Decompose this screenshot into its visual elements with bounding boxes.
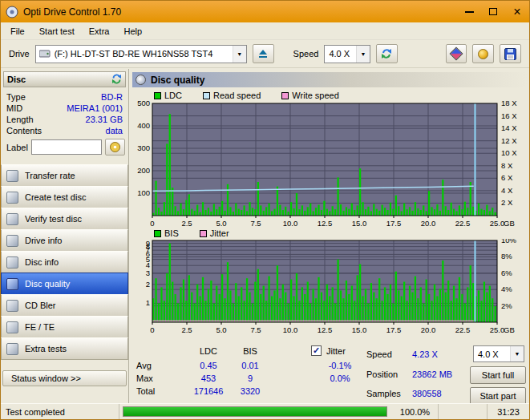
- sidebar-item-disc-quality[interactable]: Disc quality: [1, 273, 128, 295]
- minimize-icon: [465, 11, 474, 13]
- svg-text:2: 2: [146, 280, 150, 289]
- field-length-value: 23.31 GB: [86, 115, 123, 124]
- speed-stat-label: Speed: [366, 349, 392, 359]
- maximize-button[interactable]: [481, 1, 505, 22]
- field-mid-value: MEIRA1 (001): [67, 103, 123, 113]
- sidebar-item-verify-test-disc[interactable]: Verify test disc: [1, 208, 128, 230]
- jitter-checkbox[interactable]: ✓: [311, 345, 322, 356]
- start-full-button[interactable]: Start full: [470, 366, 526, 384]
- erase-disc-button[interactable]: [446, 44, 467, 63]
- close-icon: ×: [513, 6, 520, 18]
- menu-start-test[interactable]: Start test: [32, 24, 82, 38]
- speed-label: Speed: [293, 49, 319, 59]
- sidebar-item-fe-te[interactable]: FE / TE: [1, 316, 128, 338]
- sidebar-item-label: FE / TE: [25, 322, 55, 332]
- refresh-button[interactable]: [376, 44, 398, 63]
- menu-file[interactable]: File: [3, 24, 32, 38]
- label-edit-button[interactable]: [105, 139, 125, 155]
- legend-write-speed: Write speed: [281, 91, 339, 100]
- save-button[interactable]: [500, 44, 521, 63]
- svg-text:GB: GB: [504, 325, 515, 334]
- samples-stat-label: Samples: [366, 389, 401, 398]
- sidebar-item-label: Extra tests: [25, 344, 67, 353]
- sidebar-item-drive-info[interactable]: Drive info: [1, 229, 128, 252]
- menu-help[interactable]: Help: [116, 24, 149, 38]
- elapsed-time: 31:23: [497, 407, 520, 417]
- minimize-button[interactable]: [457, 1, 481, 22]
- svg-text:100: 100: [137, 188, 150, 197]
- sidebar-item-label: Drive info: [25, 236, 62, 245]
- sidebar-item-cd-bler[interactable]: CD Bler: [1, 294, 128, 317]
- svg-text:2 X: 2 X: [501, 198, 513, 207]
- field-mid-label: MID: [6, 103, 22, 113]
- chevron-down-icon[interactable]: ▼: [233, 46, 246, 63]
- field-mid: MID MEIRA1 (001): [1, 103, 128, 114]
- field-type-label: Type: [6, 92, 26, 102]
- verify-test-disc-icon: [6, 213, 18, 225]
- disc-icon: [136, 75, 146, 85]
- chevron-down-icon[interactable]: ▼: [510, 346, 524, 361]
- disc-header-label: Disc: [7, 75, 26, 84]
- speed-select[interactable]: 4.0 X ▼: [324, 45, 370, 63]
- position-stat-label: Position: [366, 370, 398, 379]
- bis-chart: 1234567892%4%6%8%10%02.55.07.510.012.515…: [131, 239, 530, 341]
- close-button[interactable]: ×: [505, 1, 529, 22]
- read-speed-swatch-icon: [203, 92, 210, 99]
- svg-text:25.0: 25.0: [490, 219, 505, 228]
- total-bis-value: 3320: [241, 386, 260, 396]
- legend-jitter-label: Jitter: [210, 228, 229, 238]
- svg-text:9: 9: [146, 239, 150, 248]
- svg-text:GB: GB: [504, 219, 515, 228]
- drive-icon: [39, 50, 51, 58]
- panel-header: Disc quality: [132, 72, 527, 87]
- stats-area: LDC BIS Avg Max Total 0.45 453 171646 0.…: [130, 341, 529, 408]
- rescan-disc-button[interactable]: [111, 74, 122, 86]
- field-type-value: BD-R: [101, 92, 123, 102]
- sidebar-item-transfer-rate[interactable]: Transfer rate: [1, 164, 128, 187]
- svg-text:15.0: 15.0: [352, 219, 367, 228]
- legend-read-speed-label: Read speed: [213, 91, 261, 100]
- total-row-label: Total: [136, 386, 155, 396]
- svg-text:4 X: 4 X: [501, 186, 513, 195]
- svg-text:20.0: 20.0: [421, 325, 436, 334]
- write-speed-swatch-icon: [281, 92, 289, 99]
- sidebar-item-create-test-disc[interactable]: Create test disc: [1, 186, 128, 208]
- svg-text:0: 0: [150, 219, 154, 228]
- bis-column-header: BIS: [243, 346, 257, 356]
- field-contents-value[interactable]: data: [106, 126, 123, 135]
- sidebar-item-disc-info[interactable]: Disc info: [1, 251, 128, 273]
- status-text-cell: Test completed: [1, 404, 119, 419]
- eject-button[interactable]: [253, 44, 274, 63]
- menubar: File Start test Extra Help: [1, 22, 529, 40]
- menu-extra[interactable]: Extra: [82, 24, 117, 38]
- refresh-icon: [381, 48, 392, 59]
- test-speed-select[interactable]: 4.0 X ▼: [473, 345, 524, 362]
- field-length: Length 23.31 GB: [1, 114, 128, 125]
- legend-read-speed: Read speed: [203, 91, 261, 100]
- chevron-down-icon[interactable]: ▼: [356, 46, 370, 63]
- jitter-checkbox-label: Jitter: [326, 346, 346, 356]
- main-panel: Disc quality LDC Read speed Write speed …: [130, 69, 529, 403]
- progress-percent: 100.0%: [400, 407, 430, 417]
- svg-text:12.5: 12.5: [318, 325, 333, 334]
- svg-text:500: 500: [137, 101, 150, 107]
- ldc-swatch-icon: [154, 92, 161, 99]
- svg-text:12 X: 12 X: [501, 136, 517, 145]
- drive-select-value: (F:) HL-DT-ST BD-RE WH16NS58 TST4: [51, 49, 217, 59]
- max-jitter-value: 0.0%: [330, 374, 350, 383]
- create-test-disc-icon: [6, 192, 18, 204]
- sidebar-item-extra-tests[interactable]: Extra tests: [1, 337, 128, 360]
- label-input[interactable]: [31, 139, 102, 155]
- drive-select[interactable]: (F:) HL-DT-ST BD-RE WH16NS58 TST4 ▼: [35, 45, 247, 63]
- bis-swatch-icon: [154, 230, 161, 237]
- start-full-label: Start full: [482, 370, 514, 380]
- start-part-button[interactable]: Start part: [470, 387, 526, 405]
- progress-percent-cell: 100.0%: [392, 404, 439, 419]
- legend-write-speed-label: Write speed: [292, 91, 339, 100]
- status-window-button[interactable]: Status window >>: [2, 370, 127, 386]
- max-ldc-value: 453: [201, 374, 216, 383]
- disc-section-header: Disc: [3, 71, 126, 87]
- titlebar: Opti Drive Control 1.70 ×: [1, 1, 529, 22]
- extra-tools-button[interactable]: [472, 44, 494, 63]
- disc-info-icon: [6, 256, 18, 269]
